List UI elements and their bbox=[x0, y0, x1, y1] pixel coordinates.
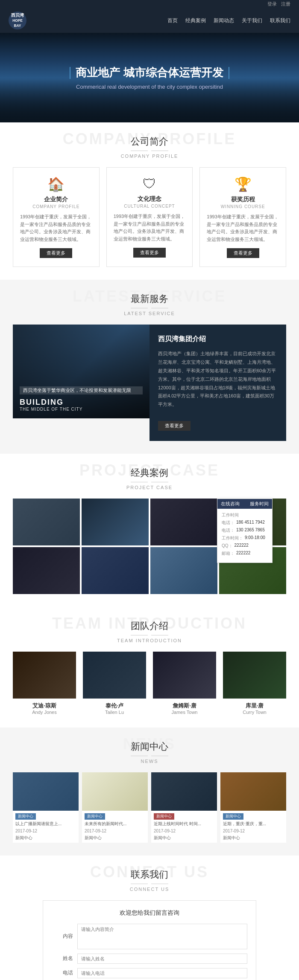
news-text-3: 近期，重庆·重庆，重... bbox=[220, 821, 286, 829]
profile-card-2: 🏆 获奖历程 WINNING COURSE 1993年创建于重庆，发展于全国，是… bbox=[199, 167, 286, 267]
news-img-0 bbox=[13, 772, 79, 811]
team-section: 艾迪·琼斯 Andy Jones 泰伦·卢 Tailen Lu 詹姆斯·唐 Ja… bbox=[0, 652, 299, 728]
member-name-en-1: Tailen Lu bbox=[83, 710, 146, 715]
member-name-en-2: James Town bbox=[153, 710, 216, 715]
login-link[interactable]: 登录 bbox=[267, 1, 277, 7]
project-case-section: 在线咨询 服务时间 工作时间 电话： 186 4511 7942 电话： 130… bbox=[0, 499, 299, 607]
hero-title: 商业地产 城市综合体运营开发 bbox=[70, 65, 229, 80]
project-divider bbox=[0, 482, 299, 482]
member-name-cn-1: 泰伦·卢 bbox=[83, 702, 146, 710]
service-info-title: 西贝湾集团介绍 bbox=[158, 335, 278, 344]
register-link[interactable]: 注册 bbox=[281, 1, 290, 7]
team-member-2: 詹姆斯·唐 James Town bbox=[153, 652, 216, 715]
team-member-3: 库里·唐 Curry Town bbox=[223, 652, 286, 715]
card-icon-0: 🏠 bbox=[20, 176, 92, 192]
news-link-0[interactable]: 新闻中心 bbox=[13, 833, 79, 843]
news-link-3[interactable]: 新闻中心 bbox=[220, 833, 286, 843]
card-text-1: 1993年创建于重庆，发展于全国，是一家专注产品和服务品质的专业地产公司。业务涉… bbox=[114, 213, 186, 243]
company-profile-header: COMPANY PROFILE 公司简介 COMPANY PROFILE bbox=[0, 122, 299, 167]
news-badge-0[interactable]: 新闻中心 bbox=[15, 813, 36, 820]
nav-contact[interactable]: 联系我们 bbox=[270, 17, 290, 24]
news-link-2[interactable]: 新闻中心 bbox=[151, 833, 217, 843]
team-header: TEAM INTRODUCTION 团队介绍 TEAM INTRODUCTION bbox=[0, 607, 299, 652]
popup-row-hours: 工作时间： 9:00-18:00 bbox=[222, 535, 268, 541]
logo[interactable]: 西贝湾HOPE BAY bbox=[9, 12, 26, 29]
team-title-cn: 团队介绍 bbox=[0, 620, 299, 632]
member-photo-0 bbox=[13, 652, 76, 699]
company-title-cn: 公司简介 bbox=[0, 135, 299, 148]
profile-cards: 🏠 企业简介 COMPANY PROFILE 1993年创建于重庆，发展于全国，… bbox=[13, 167, 286, 267]
company-title-en: COMPANY PROFILE bbox=[0, 154, 299, 159]
card-btn-0[interactable]: 查看更多 bbox=[40, 248, 72, 258]
popup-header: 在线咨询 服务时间 bbox=[217, 499, 272, 509]
news-section: NEWS 新闻中心 NEWS 新闻中心 以上广播新闻请留意上... 2017-0… bbox=[0, 728, 299, 855]
member-photo-3 bbox=[223, 652, 286, 699]
project-case-header: PROJECT CASE 经典案例 PROJECT CASE bbox=[0, 454, 299, 499]
form-label-name: 姓名 bbox=[52, 955, 77, 962]
popup-label-hours: 工作时间： bbox=[222, 535, 243, 541]
logo-icon: 西贝湾HOPE BAY bbox=[9, 12, 26, 29]
form-label-content: 内容 bbox=[52, 933, 77, 940]
form-row-phone: 电话 bbox=[52, 968, 247, 978]
project-title-cn: 经典案例 bbox=[0, 467, 299, 479]
news-card-0: 新闻中心 以上广播新闻请留意上... 2017-09-12 新闻中心 bbox=[13, 772, 79, 843]
popup-value-phone2: 130 2365 7865 bbox=[236, 528, 265, 533]
contact-header: CONNECT US 联系我们 CONNECT US bbox=[0, 855, 299, 900]
news-badge-3[interactable]: 新闻中心 bbox=[223, 813, 243, 820]
project-cell-6[interactable] bbox=[82, 547, 149, 594]
main-nav: 西贝湾HOPE BAY 首页 经典案例 新闻动态 关于我们 联系我们 bbox=[0, 8, 299, 33]
news-date-3: 2017-09-12 bbox=[220, 829, 286, 833]
contact-content-input[interactable] bbox=[77, 924, 247, 949]
card-title-en-1: CULTURAL CONCEPT bbox=[114, 204, 186, 209]
service-image: 西贝湾坐落于繁华商业区，不论投资和发展潜能无限 BUILDING THE MID… bbox=[13, 325, 150, 418]
card-icon-2: 🏆 bbox=[207, 176, 279, 192]
service-image-overlay: 西贝湾坐落于繁华商业区，不论投资和发展潜能无限 BUILDING THE MID… bbox=[13, 325, 150, 418]
contact-phone-input[interactable] bbox=[77, 968, 247, 978]
project-cell-3[interactable] bbox=[150, 499, 217, 545]
popup-value-qq: 222222 bbox=[235, 543, 249, 549]
popup-header-time: 服务时间 bbox=[250, 501, 269, 507]
project-cell-2[interactable] bbox=[82, 499, 149, 545]
top-bar: 登录 注册 bbox=[0, 0, 299, 8]
form-row-name: 姓名 bbox=[52, 954, 247, 964]
project-wrapper: 在线咨询 服务时间 工作时间 电话： 186 4511 7942 电话： 130… bbox=[13, 499, 286, 594]
service-content: 西贝湾坐落于繁华商业区，不论投资和发展潜能无限 BUILDING THE MID… bbox=[13, 325, 286, 441]
contact-name-input[interactable] bbox=[77, 954, 247, 964]
popup-label-email: 邮箱： bbox=[222, 551, 235, 557]
service-info-text: 西贝湾地产（集团）土地绿养丰富，目前已成功开发北京兰花海岸、北京宝湾公寓、平和龙… bbox=[158, 350, 278, 409]
card-title-cn-2: 获奖历程 bbox=[207, 196, 279, 203]
card-btn-1[interactable]: 查看更多 bbox=[133, 248, 166, 258]
popup-row-worktime: 工作时间 bbox=[222, 512, 268, 518]
service-divider bbox=[0, 308, 299, 308]
news-divider bbox=[0, 756, 299, 756]
form-row-content: 内容 bbox=[52, 924, 247, 949]
popup-value-hours: 9:00-18:00 bbox=[245, 535, 265, 541]
member-name-cn-2: 詹姆斯·唐 bbox=[153, 702, 216, 710]
news-badge-2[interactable]: 新闻中心 bbox=[154, 813, 174, 820]
nav-cases[interactable]: 经典案例 bbox=[185, 17, 206, 24]
popup-value-phone1: 186 4511 7942 bbox=[236, 520, 265, 526]
project-cell-1[interactable] bbox=[13, 499, 80, 545]
nav-home[interactable]: 首页 bbox=[167, 17, 178, 24]
card-title-en-0: COMPANY PROFILE bbox=[20, 204, 92, 209]
project-cell-7[interactable] bbox=[150, 547, 217, 594]
service-info-btn[interactable]: 查看更多 bbox=[158, 421, 191, 431]
news-date-2: 2017-09-12 bbox=[151, 829, 217, 833]
hero-subtitle: Commerical real development of the city … bbox=[70, 84, 229, 90]
member-name-en-3: Curry Town bbox=[223, 710, 286, 715]
team-member-1: 泰伦·卢 Tailen Lu bbox=[83, 652, 146, 715]
news-badge-1[interactable]: 新闻中心 bbox=[85, 813, 105, 820]
news-grid: 新闻中心 以上广播新闻请留意上... 2017-09-12 新闻中心 新闻中心 … bbox=[13, 772, 286, 843]
project-cell-5[interactable] bbox=[13, 547, 80, 594]
nav-news[interactable]: 新闻动态 bbox=[214, 17, 234, 24]
card-icon-1: 🛡 bbox=[114, 176, 186, 192]
project-title-en: PROJECT CASE bbox=[0, 485, 299, 490]
nav-about[interactable]: 关于我们 bbox=[242, 17, 262, 24]
card-btn-2[interactable]: 查看更多 bbox=[227, 248, 259, 258]
service-building-title: BUILDING bbox=[20, 398, 143, 407]
news-link-1[interactable]: 新闻中心 bbox=[82, 833, 148, 843]
news-date-1: 2017-09-12 bbox=[82, 829, 148, 833]
popup-row-qq: QQ： 222222 bbox=[222, 543, 268, 549]
news-title-cn: 新闻中心 bbox=[0, 740, 299, 753]
contact-form: 欢迎您给我们留言咨询 内容 姓名 电话 手机 QQ 提交留言 bbox=[43, 900, 256, 980]
